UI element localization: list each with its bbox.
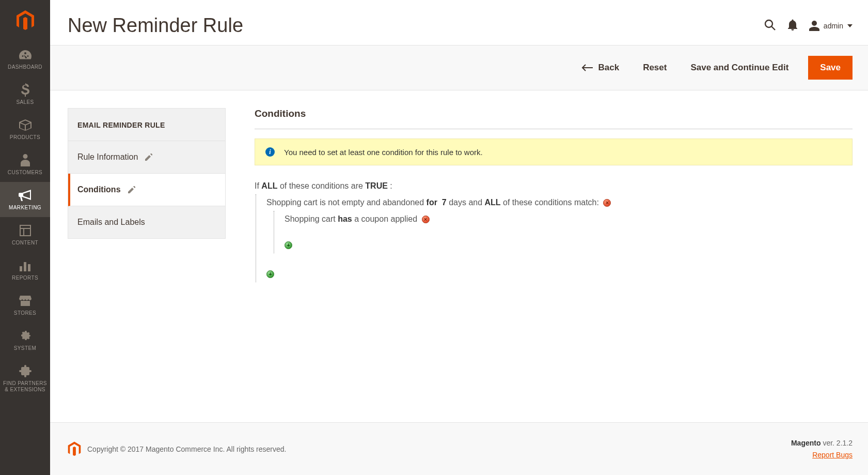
reset-button[interactable]: Reset (639, 57, 671, 78)
tabs-panel: EMAIL REMINDER RULE Rule Information Con… (68, 108, 226, 239)
version-text: Magento ver. 2.1.2 (791, 437, 853, 449)
person-icon (21, 153, 30, 167)
box-icon (19, 118, 31, 132)
nav-dashboard[interactable]: DASHBOARD (0, 41, 50, 76)
for-selector[interactable]: for (427, 198, 437, 207)
rule-line-cart-abandoned: Shopping cart is not empty and abandoned… (266, 194, 853, 211)
nav-customers[interactable]: CUSTOMERS (0, 147, 50, 182)
section-heading: Conditions (255, 108, 853, 129)
main-area: New Reminder Rule admin Back Reset Save … (50, 0, 868, 475)
nav-content[interactable]: CONTENT (0, 217, 50, 252)
admin-sidebar: DASHBOARD SALES PRODUCTS CUSTOMERS MARKE… (0, 0, 50, 475)
content-row: EMAIL REMINDER RULE Rule Information Con… (50, 90, 868, 422)
aggregator-selector[interactable]: ALL (261, 181, 277, 190)
page-title: New Reminder Rule (68, 14, 243, 37)
gear-icon (20, 329, 31, 343)
save-continue-button[interactable]: Save and Continue Edit (686, 57, 793, 78)
gauge-icon (19, 48, 31, 62)
rule-line-coupon-applied: Shopping cart has a coupon applied (285, 211, 853, 227)
tab-label: Conditions (77, 185, 121, 194)
dollar-icon (21, 83, 29, 97)
value-selector[interactable]: TRUE (365, 181, 388, 190)
svg-rect-4 (24, 262, 26, 271)
svg-rect-3 (20, 266, 22, 271)
nav-label: REPORTS (12, 275, 38, 281)
pencil-icon (145, 154, 152, 161)
remove-condition-icon[interactable] (603, 199, 611, 207)
nav-label: MARKETING (9, 205, 41, 211)
rule-root: If ALL of these conditions are TRUE : (255, 178, 853, 194)
tab-emails-labels[interactable]: Emails and Labels (68, 206, 225, 238)
magento-logo-icon (16, 10, 35, 31)
nav-label: PRODUCTS (10, 134, 40, 141)
bar-chart-icon (20, 258, 31, 273)
nav-partners[interactable]: FIND PARTNERS & EXTENSIONS (0, 358, 50, 399)
nav-label: CUSTOMERS (8, 170, 42, 176)
back-button[interactable]: Back (577, 57, 623, 78)
action-toolbar: Back Reset Save and Continue Edit Save (50, 45, 868, 90)
info-icon: i (265, 147, 275, 157)
svg-rect-5 (28, 264, 30, 271)
user-icon (809, 21, 819, 31)
report-bugs-link[interactable]: Report Bugs (812, 451, 853, 459)
nav-label: DASHBOARD (8, 64, 42, 70)
arrow-left-icon (581, 64, 593, 71)
add-condition-icon[interactable] (285, 241, 292, 249)
page-header: New Reminder Rule admin (50, 0, 868, 45)
magento-logo[interactable] (0, 0, 50, 41)
remove-condition-icon[interactable] (422, 216, 430, 223)
nav-stores[interactable]: STORES (0, 287, 50, 323)
nav-system[interactable]: SYSTEM (0, 323, 50, 358)
chevron-down-icon (847, 24, 853, 27)
user-menu[interactable]: admin (809, 21, 853, 31)
tab-label: Emails and Labels (77, 218, 145, 227)
notifications-icon[interactable] (787, 19, 798, 33)
info-message: i You need to set at least one condition… (255, 139, 853, 165)
svg-line-7 (771, 26, 775, 30)
nav-products[interactable]: PRODUCTS (0, 112, 50, 147)
back-label: Back (598, 63, 619, 73)
nav-reports[interactable]: REPORTS (0, 252, 50, 287)
days-value[interactable]: 7 (442, 198, 447, 207)
search-icon[interactable] (764, 19, 776, 33)
page-footer: Copyright © 2017 Magento Commerce Inc. A… (50, 422, 868, 475)
tab-conditions[interactable]: Conditions (68, 174, 225, 206)
layout-icon (20, 223, 31, 238)
save-button[interactable]: Save (808, 56, 853, 80)
conditions-section: Conditions i You need to set at least on… (255, 108, 853, 282)
has-selector[interactable]: has (338, 214, 352, 223)
tabs-panel-title: EMAIL REMINDER RULE (68, 109, 225, 141)
user-label: admin (824, 22, 843, 30)
megaphone-icon (19, 188, 32, 203)
add-condition-icon[interactable] (266, 270, 274, 278)
tab-label: Rule Information (77, 152, 138, 162)
nav-label: SALES (16, 99, 34, 105)
nav-marketing[interactable]: MARKETING (0, 182, 50, 217)
aggregator-selector[interactable]: ALL (485, 198, 501, 207)
svg-point-6 (765, 20, 772, 27)
storefront-icon (19, 294, 31, 308)
tab-rule-information[interactable]: Rule Information (68, 141, 225, 174)
svg-rect-0 (20, 225, 30, 236)
header-actions: admin (764, 19, 853, 33)
copyright-text: Copyright © 2017 Magento Commerce Inc. A… (87, 445, 286, 453)
magento-logo-icon (68, 441, 81, 457)
nav-label: CONTENT (12, 240, 38, 246)
info-message-text: You need to set at least one condition f… (284, 148, 483, 157)
nav-label: SYSTEM (14, 345, 37, 351)
nav-label: FIND PARTNERS & EXTENSIONS (0, 380, 50, 393)
puzzle-icon (19, 364, 31, 378)
nav-label: STORES (14, 310, 36, 316)
rule-tree: If ALL of these conditions are TRUE : Sh… (255, 178, 853, 282)
pencil-icon (128, 186, 135, 193)
nav-sales[interactable]: SALES (0, 76, 50, 112)
